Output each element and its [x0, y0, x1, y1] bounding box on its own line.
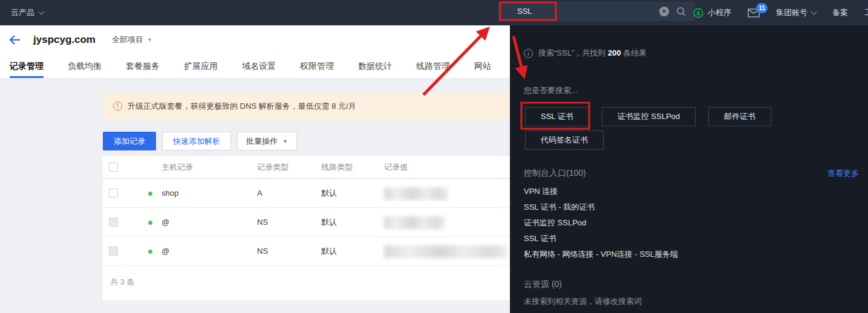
- back-button[interactable]: [8, 33, 22, 50]
- top-navbar: 云产品 SSL ✕ 小程序 11 集团账号 备案: [0, 0, 868, 25]
- cell-host: @: [162, 237, 169, 266]
- cell-type: NS: [257, 237, 268, 266]
- row-checkbox[interactable]: [109, 189, 118, 198]
- suggestion-buttons-row1: SSL 证书 证书监控 SSLPod 邮件证书: [525, 107, 771, 126]
- mini-program-icon: [693, 8, 703, 18]
- group-account-label: 集团账号: [776, 7, 808, 18]
- console-entry-link[interactable]: 证书监控 SSLPod: [524, 215, 678, 231]
- triangle-down-icon: ▼: [282, 138, 288, 144]
- console-entry-link[interactable]: SSL 证书: [524, 231, 678, 247]
- global-search-input[interactable]: SSL ✕: [498, 2, 694, 21]
- banner-text: 升级正式版套餐，获得更极致的 DNS 解析服务，最低仅需 8 元/月: [128, 101, 356, 112]
- quick-add-button[interactable]: 快速添加解析: [162, 132, 231, 150]
- tab-permissions[interactable]: 权限管理: [300, 54, 334, 78]
- cloud-products-label: 云产品: [11, 7, 34, 18]
- add-record-button[interactable]: 添加记录: [103, 132, 156, 150]
- warning-icon: !: [113, 102, 122, 111]
- console-entry-link[interactable]: VPN 连接: [524, 184, 678, 199]
- project-filter-dropdown[interactable]: 全部项目▼: [112, 25, 152, 54]
- group-account-menu[interactable]: 集团账号: [776, 7, 816, 18]
- suggestions-title: 您是否要搜索...: [524, 85, 578, 96]
- tab-plan-service[interactable]: 套餐服务: [126, 54, 160, 78]
- cell-host: shop: [162, 179, 178, 208]
- notification-badge: 11: [756, 3, 768, 13]
- table-row: shop A 默认: [103, 179, 510, 208]
- arrow-left-icon: [8, 33, 22, 47]
- cell-type: NS: [257, 208, 268, 237]
- mini-program-entry[interactable]: 小程序: [693, 7, 731, 18]
- table-row: @ NS 默认: [103, 237, 510, 266]
- console-entry-link[interactable]: 私有网络 - 网络连接 - VPN连接 - SSL服务端: [524, 247, 678, 262]
- cloud-products-menu[interactable]: 云产品: [11, 0, 44, 25]
- redacted-record-value: [384, 245, 508, 258]
- clear-search-icon[interactable]: ✕: [659, 7, 669, 16]
- col-header-line: 线路类型: [321, 156, 353, 179]
- console-entries-title: 控制台入口(100): [524, 168, 586, 179]
- tab-bar: 记录管理 负载均衡 套餐服务 扩展应用 域名设置 权限管理 数据统计 线路管理 …: [0, 54, 510, 79]
- search-query-text: SSL: [517, 2, 532, 21]
- page-title-domain: jyspcyg.com: [33, 25, 96, 54]
- search-results-panel: i 搜索“SSL”，共找到 200 条结果 您是否要搜索... SSL 证书 证…: [510, 25, 868, 313]
- col-header-value: 记录值: [384, 156, 408, 179]
- row-checkbox-disabled: [109, 247, 118, 256]
- status-dot: [148, 221, 152, 225]
- status-dot: [148, 250, 152, 254]
- info-icon: i: [524, 49, 533, 58]
- search-result-summary: i 搜索“SSL”，共找到 200 条结果: [524, 48, 647, 59]
- console-entries-list: VPN 连接 SSL 证书 - 我的证书 证书监控 SSLPod SSL 证书 …: [524, 184, 678, 262]
- tab-statistics[interactable]: 数据统计: [358, 54, 392, 78]
- select-all-checkbox[interactable]: [109, 163, 118, 172]
- result-count: 200: [608, 48, 621, 57]
- record-toolbar: 添加记录 快速添加解析 批量操作▼: [103, 132, 297, 150]
- suggestion-code-sign-cert[interactable]: 代码签名证书: [525, 131, 604, 150]
- view-more-link[interactable]: 查看更多: [827, 168, 859, 179]
- suggestion-ssl-cert[interactable]: SSL 证书: [525, 107, 589, 126]
- suggestion-sslpod[interactable]: 证书监控 SSLPod: [602, 107, 696, 126]
- domain-header: jyspcyg.com 全部项目▼: [0, 25, 510, 54]
- table-row: @ NS 默认: [103, 208, 510, 237]
- redacted-record-value: [384, 187, 448, 200]
- table-total-count: 共 3 条: [103, 266, 510, 298]
- mini-program-label: 小程序: [708, 7, 731, 18]
- cloud-resources-title: 云资源 (0): [524, 279, 562, 290]
- tab-line-management[interactable]: 线路管理: [416, 54, 450, 78]
- row-checkbox-disabled: [109, 218, 118, 227]
- cell-type: A: [257, 179, 263, 208]
- records-table: 主机记录 记录类型 线路类型 记录值 shop A 默认 @ NS 默认 @ N…: [103, 156, 510, 300]
- chevron-down-icon: [811, 8, 817, 15]
- topbar-right-cluster: 小程序 11 集团账号 备案 工: [693, 0, 868, 25]
- messages-entry[interactable]: 11: [748, 8, 760, 18]
- icp-filing-label: 备案: [832, 7, 848, 18]
- upgrade-notice-banner: ! 升级正式版套餐，获得更极致的 DNS 解析服务，最低仅需 8 元/月: [103, 92, 510, 120]
- cell-line: 默认: [321, 237, 337, 266]
- triangle-down-icon: ▼: [147, 25, 152, 54]
- console-entry-link[interactable]: SSL 证书 - 我的证书: [524, 199, 678, 215]
- status-dot: [148, 192, 152, 196]
- cell-host: @: [162, 208, 169, 237]
- clipped-nav-item[interactable]: 工: [864, 7, 868, 18]
- redacted-record-value: [384, 216, 445, 229]
- cell-line: 默认: [321, 179, 337, 208]
- search-icon[interactable]: [676, 7, 687, 19]
- tab-record-management[interactable]: 记录管理: [10, 54, 44, 78]
- suggestion-buttons-row2: 代码签名证书: [525, 131, 604, 150]
- cell-line: 默认: [321, 208, 337, 237]
- col-header-host: 主机记录: [162, 156, 193, 179]
- tab-website[interactable]: 网站: [474, 54, 491, 78]
- tab-extensions[interactable]: 扩展应用: [184, 54, 218, 78]
- console-screen: 云产品 SSL ✕ 小程序 11 集团账号 备案: [0, 0, 868, 313]
- cloud-resources-empty-text: 未搜索到相关资源，请修改搜索词: [524, 296, 642, 307]
- tab-load-balancing[interactable]: 负载均衡: [68, 54, 102, 78]
- icp-filing-entry[interactable]: 备案: [832, 7, 848, 18]
- chevron-down-icon: [39, 8, 45, 15]
- tab-domain-settings[interactable]: 域名设置: [242, 54, 276, 78]
- console-entries-header: 控制台入口(100) 查看更多: [524, 168, 859, 179]
- batch-operations-dropdown[interactable]: 批量操作▼: [237, 132, 297, 150]
- col-header-type: 记录类型: [257, 156, 289, 179]
- suggestion-email-cert[interactable]: 邮件证书: [708, 107, 771, 126]
- table-header-row: 主机记录 记录类型 线路类型 记录值: [103, 156, 510, 179]
